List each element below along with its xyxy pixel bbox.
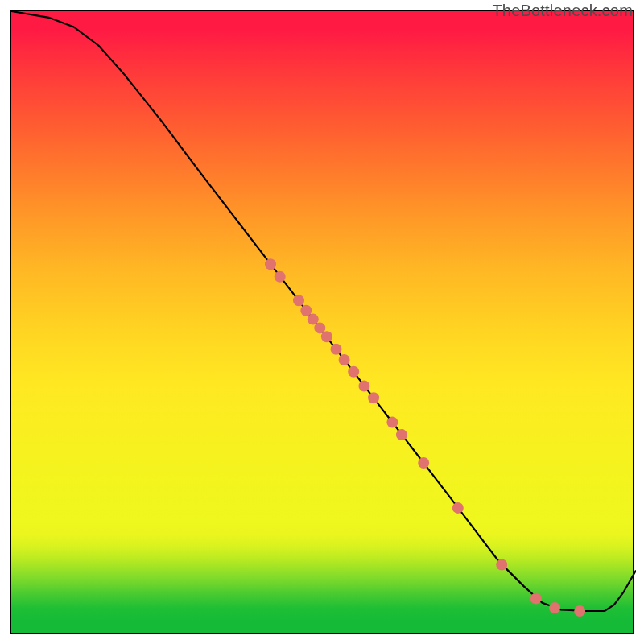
curve-marker xyxy=(386,417,398,428)
curve-markers xyxy=(265,258,585,617)
curve-marker xyxy=(368,392,379,403)
curve-marker xyxy=(321,331,332,342)
curve-marker xyxy=(358,381,369,392)
chart-svg xyxy=(11,11,636,636)
bottleneck-curve xyxy=(11,11,636,611)
curve-marker xyxy=(574,605,585,617)
curve-marker xyxy=(348,366,359,378)
curve-marker xyxy=(314,322,325,333)
curve-marker xyxy=(275,271,286,283)
curve-marker xyxy=(530,592,542,604)
curve-marker xyxy=(549,602,560,613)
attribution-text: TheBottleneck.com xyxy=(492,2,633,20)
curve-marker xyxy=(452,502,464,514)
curve-marker xyxy=(308,314,319,325)
curve-marker xyxy=(300,305,312,316)
plot-area xyxy=(10,10,634,634)
curve-marker xyxy=(265,258,276,270)
curve-marker xyxy=(293,295,304,306)
curve-marker xyxy=(496,559,507,571)
chart-container: TheBottleneck.com xyxy=(0,0,644,644)
curve-marker xyxy=(396,429,407,440)
curve-marker xyxy=(418,457,429,469)
curve-marker xyxy=(339,354,350,365)
curve-marker xyxy=(331,344,342,355)
